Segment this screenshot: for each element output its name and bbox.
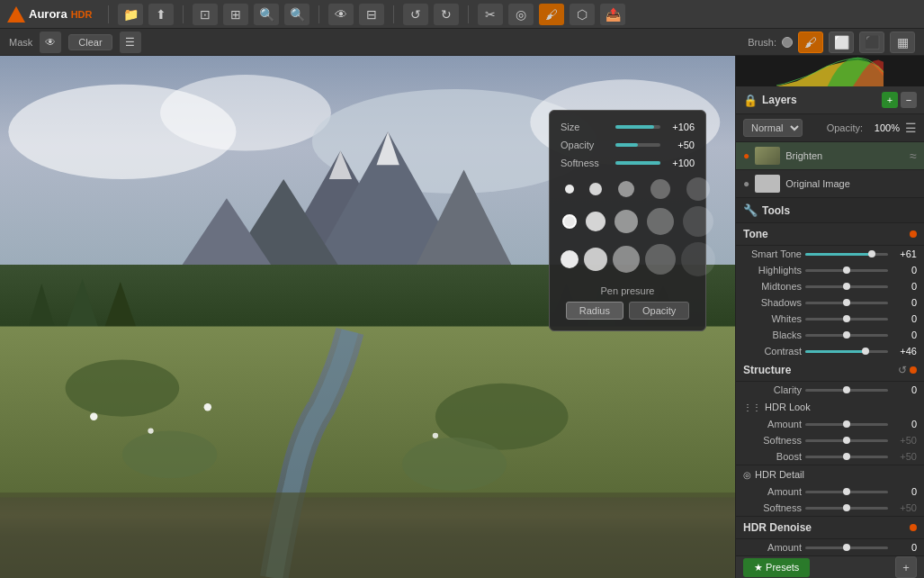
layers-button[interactable]: ⬡: [570, 4, 595, 25]
whites-label: Whites: [743, 313, 802, 324]
clear-button[interactable]: Clear: [68, 34, 112, 50]
clarity-track[interactable]: [805, 389, 888, 392]
mask-eye-button[interactable]: 👁: [40, 32, 61, 53]
zoom-in-button[interactable]: 🔍: [254, 4, 279, 25]
hdr-detail-amount-track[interactable]: [805, 491, 888, 493]
brush-erase-button[interactable]: ⬜: [829, 32, 854, 53]
hdr-denoise-section-header[interactable]: HDR Denoise: [736, 517, 924, 539]
brush-dot-11[interactable]: [561, 242, 579, 276]
logo-name: Aurora: [29, 7, 67, 21]
tools-title: Tools: [762, 204, 917, 217]
brush-paint-button[interactable]: 🖌: [798, 32, 823, 53]
highlights-track[interactable]: [805, 269, 888, 272]
clarity-row: Clarity 0: [736, 382, 924, 398]
whites-track[interactable]: [805, 318, 888, 321]
layers-title: Layers: [762, 94, 882, 106]
redo-button[interactable]: ↻: [434, 4, 459, 25]
brush-dot-8[interactable]: [613, 206, 640, 237]
size-track[interactable]: [615, 125, 660, 129]
compare-button[interactable]: ⊟: [359, 4, 384, 25]
export-button[interactable]: ⬆: [148, 4, 174, 25]
brush-dot-13[interactable]: [613, 242, 640, 276]
hdr-look-amount-label: Amount: [743, 419, 802, 429]
export2-button[interactable]: 📤: [600, 4, 625, 25]
hdr-denoise-amount-track[interactable]: [805, 546, 888, 549]
midtones-row: Midtones 0: [736, 278, 924, 294]
add-layer-button[interactable]: +: [882, 92, 898, 108]
hdr-look-boost-label: Boost: [743, 451, 802, 462]
blend-mode-select[interactable]: Normal: [743, 119, 803, 137]
brush-dot-2[interactable]: [584, 177, 607, 201]
layer-visibility-icon[interactable]: ●: [743, 149, 749, 162]
layer-item-brighten[interactable]: ● Brighten ≈: [736, 142, 924, 170]
contrast-track[interactable]: [805, 350, 888, 353]
zoom-fit-button[interactable]: ⊞: [223, 4, 248, 25]
hdr-look-header[interactable]: ⋮⋮ HDR Look: [736, 398, 924, 416]
opacity-pen-button[interactable]: Opacity: [629, 302, 689, 320]
top-toolbar: Aurora HDR 📁 ⬆ ⊡ ⊞ 🔍 🔍 👁 ⊟ ↺ ↻ ✂ ◎ 🖌 ⬡ 📤: [0, 0, 924, 29]
hdr-denoise-toggle[interactable]: [910, 524, 917, 531]
hdr-detail-header[interactable]: ◎ HDR Detail: [736, 465, 924, 483]
brush-dot-4[interactable]: [645, 177, 676, 201]
structure-toggle[interactable]: [910, 366, 917, 374]
scissors-button[interactable]: ✂: [478, 4, 503, 25]
brush-fill-button[interactable]: ⬛: [859, 32, 884, 53]
structure-section-header[interactable]: Structure ↺: [736, 359, 924, 382]
eye-icon-button[interactable]: 👁: [328, 4, 354, 25]
mask-menu-button[interactable]: ☰: [120, 32, 141, 53]
right-panel: 🔒 Layers + − Normal Opacity: 100% ☰ ● Br…: [735, 56, 924, 578]
hdr-detail-amount-label: Amount: [743, 486, 802, 497]
stamp-button[interactable]: ◎: [508, 4, 534, 25]
brush-gradient-button[interactable]: ▦: [890, 32, 915, 53]
layer-visibility-original-icon[interactable]: ●: [743, 177, 749, 190]
brush-dot-9[interactable]: [645, 206, 676, 237]
brush-dot-7[interactable]: [584, 206, 607, 237]
brush-dot-10[interactable]: [681, 206, 715, 237]
brush-tool-button[interactable]: 🖌: [539, 4, 564, 25]
canvas-area[interactable]: Size +106 Opacity +50 Softness: [0, 56, 735, 578]
brush-dot-15[interactable]: [681, 242, 715, 276]
hdr-look-amount-track[interactable]: [805, 423, 888, 426]
remove-layer-button[interactable]: −: [901, 92, 917, 108]
highlights-row: Highlights 0: [736, 262, 924, 278]
layer-adjust-button[interactable]: ≈: [910, 149, 917, 163]
hdr-look-softness-track[interactable]: [805, 439, 888, 442]
opacity-track[interactable]: [615, 143, 660, 147]
brush-dot-14[interactable]: [645, 242, 676, 276]
svg-point-24: [90, 413, 97, 420]
hdr-detail-section: ◎ HDR Detail Amount 0 Softness +50: [736, 465, 924, 517]
tools-section-header[interactable]: 🔧 Tools: [736, 198, 924, 223]
brush-dot-12[interactable]: [584, 242, 607, 276]
presets-button[interactable]: ★ Presets: [743, 558, 810, 577]
brush-color-indicator[interactable]: [782, 37, 793, 48]
brush-dot-3[interactable]: [613, 177, 640, 201]
layers-section-header[interactable]: 🔒 Layers + −: [736, 86, 924, 114]
structure-refresh-button[interactable]: ↺: [898, 364, 907, 376]
layer-item-original[interactable]: ● Original Image: [736, 170, 924, 198]
smart-tone-value: +61: [892, 248, 917, 259]
fullscreen-button[interactable]: ⊡: [193, 4, 218, 25]
contrast-row: Contrast +46: [736, 343, 924, 359]
midtones-track[interactable]: [805, 285, 888, 288]
softness-track[interactable]: [615, 161, 660, 165]
brush-dot-6[interactable]: [561, 206, 579, 237]
smart-tone-track[interactable]: [805, 253, 888, 256]
zoom-out-button[interactable]: 🔍: [284, 4, 309, 25]
hdr-look-icon: ⋮⋮: [743, 402, 761, 412]
mask-toolbar: Mask 👁 Clear ☰ Brush: 🖌 ⬜ ⬛ ▦: [0, 29, 924, 56]
hdr-detail-title: HDR Detail: [755, 469, 917, 480]
tone-toggle[interactable]: [910, 230, 917, 238]
shadows-track[interactable]: [805, 302, 888, 304]
radius-button[interactable]: Radius: [566, 302, 623, 320]
panel-add-button[interactable]: +: [895, 556, 917, 578]
undo-button[interactable]: ↺: [403, 4, 428, 25]
blacks-value: 0: [892, 330, 917, 340]
blacks-track[interactable]: [805, 334, 888, 337]
brush-dot-1[interactable]: [561, 177, 579, 201]
layers-menu-button[interactable]: ☰: [905, 121, 917, 135]
open-file-button[interactable]: 📁: [118, 4, 143, 25]
hdr-detail-softness-track[interactable]: [805, 507, 888, 510]
tone-section-header[interactable]: Tone: [736, 223, 924, 246]
hdr-look-boost-track[interactable]: [805, 456, 888, 458]
brush-dot-5[interactable]: [681, 177, 715, 201]
